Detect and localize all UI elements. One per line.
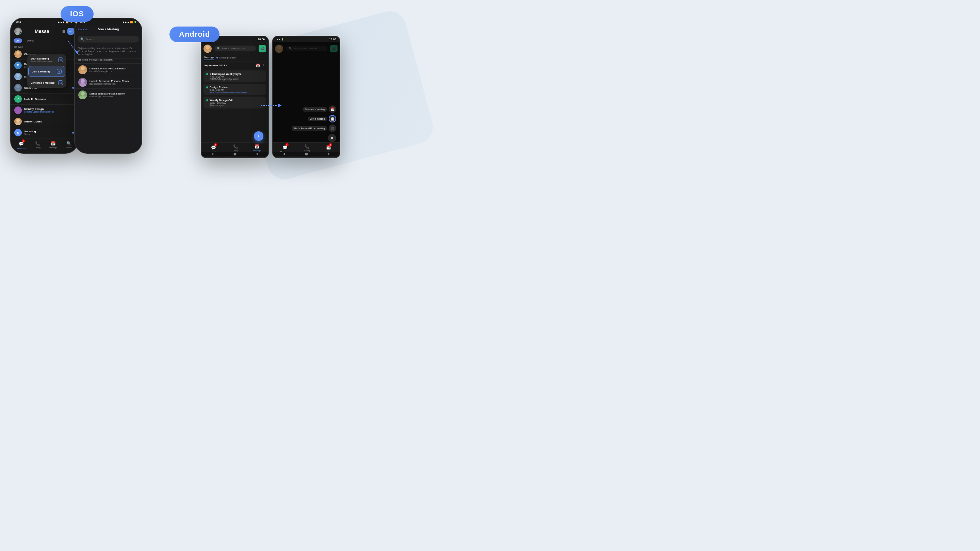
android-sys-nav-1: ◀ ⬤ ■ — [202, 152, 268, 156]
nav-messaging-label-1: Messaging — [17, 147, 26, 149]
start-room-action[interactable]: Start a Personal Room meeting 🎥 — [292, 124, 336, 132]
meeting-title-1: Client Squad Weekly Sync — [206, 73, 263, 76]
android-calling-icon-1: 📞 — [233, 144, 238, 149]
svg-point-15 — [79, 83, 86, 87]
join-meeting-action[interactable]: Join a meeting 📋 — [292, 115, 336, 122]
join-meeting-label: Join a Meeting — [32, 70, 50, 73]
recents-button-2[interactable]: ■ — [328, 152, 330, 156]
nav-messaging-1[interactable]: 💬 3 Messaging — [17, 140, 26, 149]
chevron-down-icon[interactable]: ▾ — [226, 64, 227, 67]
meeting-dot-1 — [206, 73, 208, 75]
back-button-1[interactable]: ◀ — [211, 152, 213, 156]
ios-phone-1: 9:41 ▲▲▲ 📶 🔋 Messa ☰ ✏ All Direct — [10, 18, 78, 154]
meeting-sub-1: SJC21-3-Designer Operations — [210, 78, 263, 80]
recents-button-1[interactable]: ■ — [256, 152, 258, 156]
nav-calling-label-1: Calling — [35, 147, 40, 149]
recent-marise[interactable]: Marise Torres's Personal Room mariseto@e… — [75, 89, 142, 101]
back-button-2[interactable]: ◀ — [283, 152, 285, 156]
avatar-isabelle-recent — [78, 78, 87, 87]
video-icon-1: 📹 — [261, 47, 264, 50]
recent-info-isabelle: Isabelle Brennan's Personal Room isabell… — [89, 79, 129, 85]
android-content-1: 🔍 Search, meet, and call 📹 Meetings Meet… — [202, 42, 268, 156]
conv-sourcing[interactable]: S Sourcing Sales — [11, 127, 78, 138]
meeting-time-3: 10:00 - 10:30 AM — [210, 102, 263, 104]
svg-point-13 — [79, 70, 86, 74]
join-phone-content: Cancel Join a Meeting 🔍 Search To join a… — [75, 25, 142, 154]
menu-icon[interactable]: ☰ — [62, 30, 65, 33]
signal-icon: ▲▲▲ — [57, 21, 65, 23]
recent-isabelle[interactable]: Isabelle Brennan's Personal Room isabell… — [75, 76, 142, 89]
schedule-meeting-item[interactable]: Schedule a Meeting ⊡ — [27, 78, 66, 88]
schedule-action-btn[interactable]: 📅 — [329, 105, 336, 113]
tab-meetings[interactable]: Meetings — [204, 56, 214, 60]
conv-isabelle[interactable]: IB Isabelle Brennan — [11, 94, 78, 105]
conv-avatar-austen — [14, 118, 22, 125]
conv-info-identity: Identity Design Graphic Design and Marke… — [24, 108, 74, 113]
conv-avatar-sourcing: S — [14, 129, 22, 137]
home-button-1[interactable]: ⬤ — [234, 152, 237, 156]
conv-avatar-matthew — [14, 73, 22, 80]
join-action-btn[interactable]: 📋 — [329, 115, 336, 122]
recent-name-isabelle: Isabelle Brennan's Personal Room — [89, 79, 129, 83]
android-battery-icon-2: 🔋 — [281, 38, 283, 40]
start-meeting-item[interactable]: Start a Meeting Personal Room meeting ⊞ — [27, 54, 66, 65]
month-text: September 2021 — [204, 64, 225, 67]
start-room-action-btn[interactable]: 🎥 — [329, 124, 336, 132]
nav-calling-1[interactable]: 📞 Calling — [35, 141, 40, 149]
compose-icon[interactable]: ✏ — [67, 28, 74, 35]
meeting-name-1: Client Squad Weekly Sync — [210, 73, 242, 76]
join-search-bar[interactable]: 🔍 Search — [78, 36, 139, 43]
fab-button-android-1[interactable]: + — [254, 131, 263, 141]
schedule-meeting-icon: ⊡ — [58, 80, 63, 85]
filter-direct[interactable]: Direct — [24, 38, 37, 43]
conv-austen[interactable]: Austen Jones — [11, 116, 78, 127]
search-placeholder-android-1: Search, meet, and call — [222, 47, 246, 50]
header-icons: ☰ ✏ — [62, 28, 74, 35]
android-signal-2: ▲▲ 🔋 — [276, 38, 283, 40]
meeting-card-2[interactable]: Design Review 8:45 - 9:30 AM https://cis… — [204, 84, 266, 95]
video-button-android-1[interactable]: 📹 — [259, 45, 266, 52]
nav-meetings-label-1: Meetings — [49, 147, 57, 149]
meeting-name-2: Design Review — [210, 86, 228, 89]
connector-android — [259, 95, 286, 116]
conv-identity[interactable]: I Identity Design Graphic Design and Mar… — [11, 105, 78, 116]
meeting-card-1[interactable]: Client Squad Weekly Sync 7:30 - 8:15 AM … — [204, 70, 266, 82]
svg-point-7 — [15, 77, 21, 80]
conv-name-isabelle: Isabelle Brennan — [24, 98, 74, 101]
android-messaging-badge-1: 8 — [214, 143, 217, 146]
svg-point-21 — [204, 49, 211, 53]
calendar-icon[interactable]: 📆 — [256, 64, 260, 67]
join-meeting-item[interactable]: Join a Meeting ⊟ — [28, 66, 65, 77]
join-action-label: Join a meeting — [308, 117, 327, 121]
meeting-dot-3 — [206, 99, 208, 102]
join-meeting-icon: ⊟ — [57, 69, 62, 74]
svg-point-16 — [81, 92, 85, 95]
android-messaging-badge-2: 8 — [285, 143, 288, 146]
conv-info-austen: Austen Jones — [24, 120, 74, 123]
recent-name-marise: Marise Torres's Personal Room — [89, 92, 125, 95]
android-user-avatar-1[interactable] — [204, 44, 212, 53]
schedule-meeting-action[interactable]: Schedule a meeting 📅 — [292, 105, 336, 113]
meeting-card-3[interactable]: Weekly Design Crit 10:00 - 10:30 AM @web… — [204, 97, 266, 108]
search-placeholder: Search — [86, 38, 94, 41]
android-sys-nav-2: ◀ ⬤ ■ — [273, 152, 340, 156]
conv-avatar-clarissa — [14, 50, 22, 58]
tab-meeting-content[interactable]: Meeting content — [216, 56, 236, 60]
android-search-bar-1[interactable]: 🔍 Search, meet, and call — [215, 46, 256, 51]
fab-close-button[interactable]: ✕ — [328, 134, 336, 142]
nav-search-1[interactable]: 🔍 Search — [66, 141, 72, 149]
android-badge: Android — [169, 27, 220, 42]
nav-meetings-1[interactable]: 📅 Meetings — [49, 141, 57, 149]
cancel-button[interactable]: Cancel — [78, 28, 87, 31]
android-meetings-badge-2: 3 — [329, 143, 332, 146]
user-avatar[interactable] — [14, 27, 22, 35]
recent-name-clarissa: Clarissa Smith's Personal Room — [89, 67, 126, 70]
search-icon: 🔍 — [80, 37, 84, 41]
recent-clarissa[interactable]: Clarissa Smith's Personal Room clasmith@… — [75, 63, 142, 76]
ios-badge: IOS — [60, 6, 94, 22]
svg-point-0 — [16, 29, 20, 32]
svg-marker-23 — [278, 103, 282, 108]
filter-all[interactable]: All — [14, 38, 22, 43]
home-button-2[interactable]: ⬤ — [305, 152, 308, 156]
more-icon[interactable]: ⋮ — [262, 64, 266, 67]
